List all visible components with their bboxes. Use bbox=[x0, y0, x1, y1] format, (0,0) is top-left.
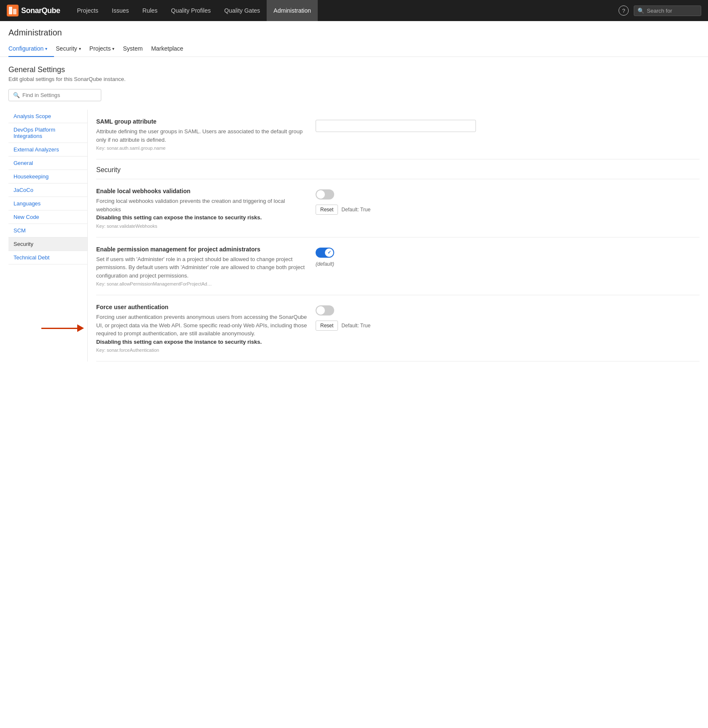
force-auth-setting-info: Force user authentication Forcing user a… bbox=[96, 304, 307, 353]
sidebar-item-new-code[interactable]: New Code bbox=[8, 210, 87, 224]
webhooks-toggle-track[interactable] bbox=[316, 189, 334, 200]
saml-setting-info: SAML group attribute Attribute defining … bbox=[96, 118, 307, 151]
force-auth-toggle[interactable] bbox=[316, 305, 334, 315]
force-auth-warning: Disabling this setting can expose the in… bbox=[96, 339, 262, 345]
svg-rect-1 bbox=[9, 7, 12, 14]
arrow-head bbox=[77, 324, 84, 332]
chevron-down-icon: ▾ bbox=[45, 46, 47, 51]
security-section-title: Security bbox=[96, 159, 700, 179]
settings-sidebar: Analysis Scope DevOps Platform Integrati… bbox=[8, 110, 88, 361]
permission-setting-description: Set if users with 'Administer' role in a… bbox=[96, 255, 307, 280]
page-title: Administration bbox=[8, 28, 700, 38]
sub-nav-marketplace[interactable]: Marketplace bbox=[151, 41, 190, 57]
force-auth-setting: Force user authentication Forcing user a… bbox=[96, 295, 700, 361]
sonarqube-logo-icon bbox=[7, 5, 19, 16]
logo[interactable]: SonarQube bbox=[7, 5, 60, 16]
webhooks-setting-info: Enable local webhooks validation Forcing… bbox=[96, 188, 307, 229]
nav-item-rules[interactable]: Rules bbox=[136, 0, 165, 21]
webhooks-warning: Disabling this setting can expose the in… bbox=[96, 214, 262, 221]
svg-rect-2 bbox=[13, 9, 16, 14]
sidebar-item-scm[interactable]: SCM bbox=[8, 224, 87, 237]
sidebar-item-external-analyzers[interactable]: External Analyzers bbox=[8, 143, 87, 156]
nav-right: ? 🔍 Search for bbox=[619, 5, 701, 16]
webhooks-setting-control: Reset Default: True bbox=[316, 188, 400, 215]
nav-items: Projects Issues Rules Quality Profiles Q… bbox=[70, 0, 619, 21]
page-header: Administration bbox=[0, 21, 708, 38]
permission-toggle-thumb: ✓ bbox=[325, 248, 333, 257]
sidebar-item-security[interactable]: Security bbox=[8, 237, 87, 251]
force-auth-reset-row: Reset Default: True bbox=[316, 321, 370, 331]
force-auth-setting-name: Force user authentication bbox=[96, 304, 307, 310]
top-navigation: SonarQube Projects Issues Rules Quality … bbox=[0, 0, 708, 21]
search-placeholder: Search for bbox=[647, 8, 672, 14]
saml-group-attribute-setting: SAML group attribute Attribute defining … bbox=[96, 110, 700, 159]
saml-setting-key: Key: sonar.auth.saml.group.name bbox=[96, 146, 307, 151]
force-auth-toggle-track[interactable] bbox=[316, 305, 334, 315]
permission-setting-control: ✓ (default) bbox=[316, 246, 400, 267]
search-icon: 🔍 bbox=[638, 8, 644, 14]
nav-item-quality-profiles[interactable]: Quality Profiles bbox=[164, 0, 217, 21]
saml-setting-control bbox=[316, 118, 476, 132]
arrow-line bbox=[41, 328, 77, 329]
sidebar-item-languages[interactable]: Languages bbox=[8, 197, 87, 210]
nav-item-quality-gates[interactable]: Quality Gates bbox=[218, 0, 267, 21]
permission-setting-info: Enable permission management for project… bbox=[96, 246, 307, 287]
help-button[interactable]: ? bbox=[619, 5, 629, 16]
sidebar-item-housekeeping[interactable]: Housekeeping bbox=[8, 170, 87, 183]
svg-rect-0 bbox=[7, 5, 19, 16]
force-auth-setting-key: Key: sonar.forceAuthentication bbox=[96, 348, 307, 353]
chevron-down-icon: ▾ bbox=[79, 46, 81, 51]
force-auth-default-text: Default: True bbox=[341, 323, 370, 329]
main-layout: Analysis Scope DevOps Platform Integrati… bbox=[8, 110, 700, 361]
sidebar-item-devops-platform[interactable]: DevOps Platform Integrations bbox=[8, 123, 87, 143]
permission-toggle[interactable]: ✓ bbox=[316, 248, 334, 258]
nav-item-issues[interactable]: Issues bbox=[105, 0, 135, 21]
permission-toggle-track[interactable]: ✓ bbox=[316, 248, 334, 258]
webhooks-toggle-thumb bbox=[316, 190, 325, 199]
sub-nav-projects[interactable]: Projects ▾ bbox=[89, 41, 122, 57]
sidebar-item-analysis-scope[interactable]: Analysis Scope bbox=[8, 110, 87, 123]
nav-item-projects[interactable]: Projects bbox=[70, 0, 105, 21]
saml-setting-name: SAML group attribute bbox=[96, 118, 307, 125]
sidebar-item-general[interactable]: General bbox=[8, 156, 87, 170]
settings-content: SAML group attribute Attribute defining … bbox=[96, 110, 700, 361]
force-auth-toggle-thumb bbox=[316, 306, 325, 315]
webhooks-setting-description: Forcing local webhooks validation preven… bbox=[96, 197, 307, 222]
webhooks-reset-button[interactable]: Reset bbox=[316, 205, 338, 215]
sidebar-item-jacoco[interactable]: JaCoCo bbox=[8, 183, 87, 197]
webhooks-reset-row: Reset Default: True bbox=[316, 205, 370, 215]
webhooks-default-text: Default: True bbox=[341, 207, 370, 213]
webhooks-toggle[interactable] bbox=[316, 189, 334, 200]
settings-search-input[interactable] bbox=[22, 92, 97, 98]
permission-setting-key: Key: sonar.allowPermissionManagementForP… bbox=[96, 281, 307, 286]
arrow-annotation bbox=[41, 324, 84, 332]
webhooks-setting-name: Enable local webhooks validation bbox=[96, 188, 307, 194]
saml-setting-description: Attribute defining the user groups in SA… bbox=[96, 127, 307, 144]
nav-item-administration[interactable]: Administration bbox=[267, 0, 318, 21]
content-area: General Settings Edit global settings fo… bbox=[0, 57, 708, 370]
general-settings-title: General Settings bbox=[8, 65, 700, 74]
logo-text: SonarQube bbox=[21, 6, 60, 15]
webhooks-setting-key: Key: sonar.validateWebhooks bbox=[96, 224, 307, 229]
saml-group-attribute-input[interactable] bbox=[316, 120, 476, 132]
force-auth-reset-button[interactable]: Reset bbox=[316, 321, 338, 331]
sidebar-item-technical-debt[interactable]: Technical Debt bbox=[8, 251, 87, 264]
force-auth-setting-control: Reset Default: True bbox=[316, 304, 400, 331]
sub-nav-system[interactable]: System bbox=[123, 41, 149, 57]
permission-setting-name: Enable permission management for project… bbox=[96, 246, 307, 253]
general-settings-subtitle: Edit global settings for this SonarQube … bbox=[8, 76, 700, 82]
checkmark-icon: ✓ bbox=[327, 250, 331, 255]
sub-nav-security[interactable]: Security ▾ bbox=[56, 41, 88, 57]
chevron-down-icon: ▾ bbox=[112, 46, 114, 51]
sub-navigation: Configuration ▾ Security ▾ Projects ▾ Sy… bbox=[0, 41, 708, 57]
enable-local-webhooks-setting: Enable local webhooks validation Forcing… bbox=[96, 179, 700, 237]
search-icon: 🔍 bbox=[13, 92, 20, 98]
sub-nav-configuration[interactable]: Configuration ▾ bbox=[8, 41, 54, 57]
permission-management-setting: Enable permission management for project… bbox=[96, 237, 700, 296]
find-in-settings[interactable]: 🔍 bbox=[8, 89, 101, 101]
permission-default-label: (default) bbox=[316, 261, 334, 267]
global-search[interactable]: 🔍 Search for bbox=[634, 5, 701, 16]
force-auth-setting-description: Forcing user authentication prevents ano… bbox=[96, 313, 307, 346]
